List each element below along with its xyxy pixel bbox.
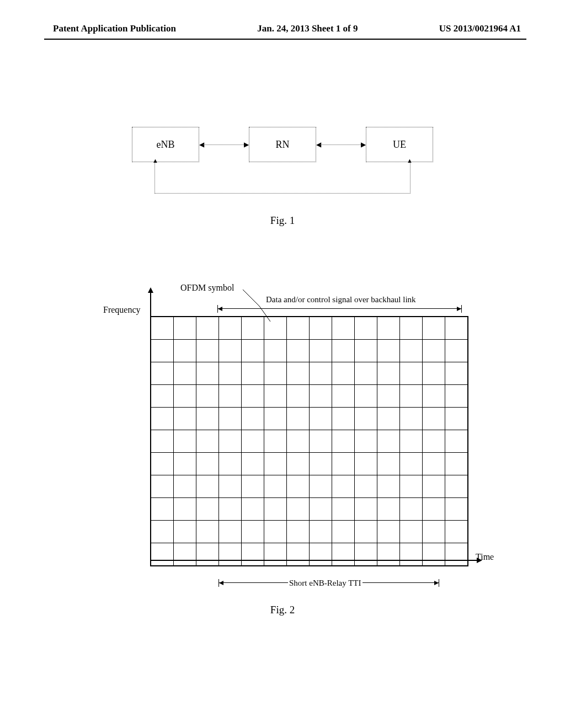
grid-cell	[287, 430, 310, 453]
grid-cell	[264, 453, 287, 475]
grid-cell	[196, 430, 219, 453]
link-enb-rn: ◀ ▶	[199, 144, 249, 145]
grid-cell	[242, 385, 264, 408]
node-ue-label: UE	[393, 139, 406, 151]
grid-cell	[151, 430, 174, 453]
grid-cell	[310, 475, 332, 498]
grid-cell	[400, 498, 423, 521]
grid-cell	[377, 475, 400, 498]
grid-cell	[151, 453, 174, 475]
grid-cell	[310, 385, 332, 408]
grid-cell	[264, 475, 287, 498]
grid-cell	[400, 543, 423, 566]
grid-cell	[151, 362, 174, 385]
page-header: Patent Application Publication Jan. 24, …	[0, 23, 565, 34]
grid-cell	[445, 475, 468, 498]
grid-cell	[242, 317, 264, 340]
grid-cell	[445, 340, 468, 362]
grid-cell	[332, 498, 355, 521]
figure-2-caption: Fig. 2	[89, 604, 476, 616]
grid-cell	[400, 385, 423, 408]
x-axis-arrow-icon	[150, 560, 481, 561]
grid-cell	[196, 340, 219, 362]
grid-cell	[264, 498, 287, 521]
grid-cell	[174, 362, 196, 385]
grid-cell	[242, 408, 264, 430]
grid-cell	[445, 408, 468, 430]
grid-cell	[332, 408, 355, 430]
grid-cell	[219, 521, 242, 543]
grid-cell	[264, 408, 287, 430]
grid-cell	[423, 362, 445, 385]
node-enb-label: eNB	[157, 139, 175, 151]
dotted-line-icon	[320, 144, 362, 145]
grid-cell	[287, 453, 310, 475]
grid-cell	[332, 385, 355, 408]
tick-icon	[439, 579, 439, 587]
grid-cell	[196, 362, 219, 385]
grid-cell	[219, 385, 242, 408]
grid-cell	[310, 498, 332, 521]
grid-cell	[332, 317, 355, 340]
grid-cell	[377, 340, 400, 362]
grid-cell	[242, 362, 264, 385]
fig1-block-diagram: eNB ◀ ▶ RN ◀ ▶ UE ▲ ▲	[122, 127, 443, 162]
grid-cell	[174, 475, 196, 498]
grid-cell	[355, 453, 377, 475]
grid-cell	[287, 385, 310, 408]
grid-cell	[287, 498, 310, 521]
grid-cell	[174, 408, 196, 430]
grid-cell	[400, 430, 423, 453]
grid-cell	[355, 475, 377, 498]
grid-cell	[196, 453, 219, 475]
grid-cell	[287, 543, 310, 566]
link-rn-ue: ◀ ▶	[316, 144, 366, 145]
grid-cell	[445, 498, 468, 521]
grid-cell	[355, 385, 377, 408]
grid-cell	[151, 340, 174, 362]
grid-cell	[310, 543, 332, 566]
grid-cell	[423, 430, 445, 453]
grid-cell	[219, 543, 242, 566]
grid-cell	[151, 543, 174, 566]
header-left: Patent Application Publication	[53, 23, 176, 34]
grid-cell	[219, 408, 242, 430]
grid-cell	[287, 362, 310, 385]
grid-cell	[196, 521, 219, 543]
grid-cell	[196, 543, 219, 566]
grid-cell	[400, 521, 423, 543]
grid-cell	[445, 521, 468, 543]
grid-cell	[355, 317, 377, 340]
grid-cell	[423, 317, 445, 340]
grid-cell	[264, 430, 287, 453]
grid-cell	[332, 543, 355, 566]
grid-cell	[400, 362, 423, 385]
grid-cell	[332, 430, 355, 453]
grid-cell	[310, 521, 332, 543]
svg-line-0	[243, 290, 259, 306]
grid-cell	[445, 385, 468, 408]
grid-cell	[355, 543, 377, 566]
grid-cell	[264, 385, 287, 408]
grid-cell	[423, 385, 445, 408]
grid-cell	[310, 340, 332, 362]
grid-cell	[310, 453, 332, 475]
grid-cell	[377, 385, 400, 408]
grid-cell	[377, 430, 400, 453]
grid-cell	[242, 498, 264, 521]
grid-cell	[377, 408, 400, 430]
tick-icon	[461, 305, 462, 313]
grid-cell	[332, 453, 355, 475]
grid-cell	[355, 498, 377, 521]
grid-cell	[174, 521, 196, 543]
grid-cell	[242, 340, 264, 362]
grid-cell	[445, 543, 468, 566]
grid-cell	[400, 408, 423, 430]
grid-cell	[174, 543, 196, 566]
grid-cell	[287, 521, 310, 543]
grid-cell	[219, 498, 242, 521]
grid-cell	[377, 498, 400, 521]
grid-cell	[151, 498, 174, 521]
arrow-up-icon: ▲	[407, 157, 413, 164]
grid-cell	[264, 340, 287, 362]
